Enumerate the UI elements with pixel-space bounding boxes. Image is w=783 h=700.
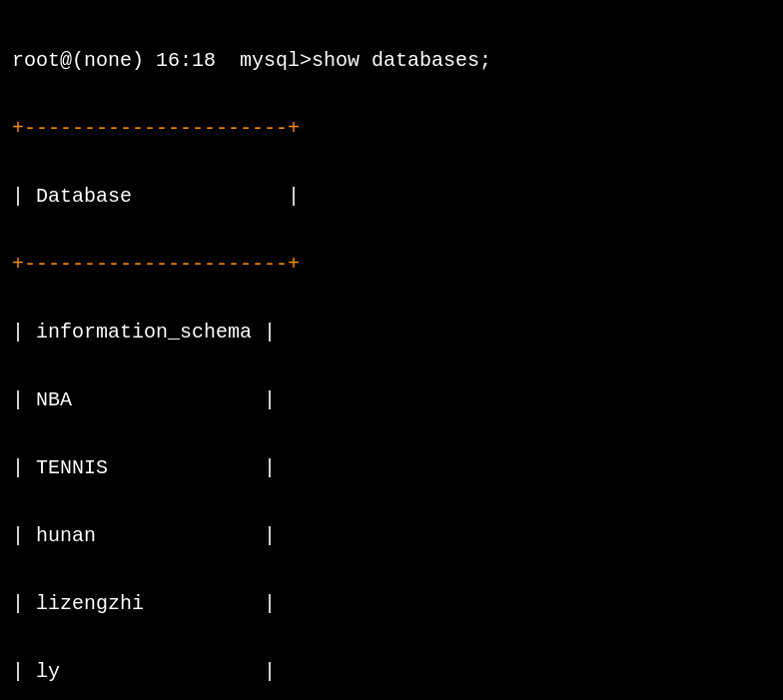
- data-row-3: | hunan |: [12, 524, 276, 547]
- prompt-line-1: root@(none) 16:18 mysql>show databases;: [12, 49, 491, 72]
- data-row-4: | lizengzhi |: [12, 592, 276, 615]
- data-row-0: | information_schema |: [12, 321, 276, 344]
- border-mid: +----------------------+: [12, 253, 300, 276]
- terminal-window: root@(none) 16:18 mysql>show databases; …: [12, 10, 771, 700]
- data-row-2: | TENNIS |: [12, 456, 276, 479]
- border-top: +----------------------+: [12, 117, 300, 140]
- header-row: | Database |: [12, 185, 300, 208]
- data-row-5: | ly |: [12, 660, 276, 683]
- data-row-1: | NBA |: [12, 388, 276, 411]
